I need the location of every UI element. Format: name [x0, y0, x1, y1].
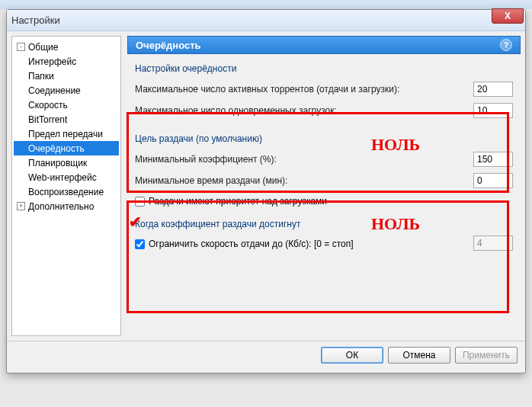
tree-item-connection[interactable]: Соединение [14, 83, 119, 98]
tree-item-webui[interactable]: Web-интерфейс [14, 170, 119, 184]
cancel-button[interactable]: Отмена [388, 347, 450, 364]
window-title: Настройки [11, 14, 60, 26]
settings-dialog: Настройки X - Общие Интерфейс Папки Соед… [6, 9, 526, 373]
group-seed-goal-title: Цель раздачи (по умолчанию) [135, 133, 513, 144]
min-time-input[interactable] [473, 173, 513, 188]
help-icon[interactable]: ? [500, 39, 512, 51]
group-queue-title: Настройки очерёдности [135, 63, 513, 74]
max-active-label: Максимальное число активных торрентов (о… [135, 84, 473, 95]
ok-button[interactable]: ОК [321, 347, 383, 364]
tree-item-interface[interactable]: Интерфейс [14, 54, 119, 69]
close-icon: X [505, 11, 511, 21]
section-header: Очерёдность ? [127, 36, 521, 54]
min-time-label: Минимальное время раздачи (мин): [135, 175, 473, 186]
expand-icon[interactable]: + [17, 202, 25, 210]
tree-item-folders[interactable]: Папки [14, 69, 119, 83]
group-ratio-reached-title: Когда коэффициент раздачи достигнут [135, 219, 513, 229]
tree-item-speed[interactable]: Скорость [14, 98, 119, 112]
max-downloads-input[interactable] [473, 103, 513, 118]
section-title: Очерёдность [136, 40, 201, 51]
min-ratio-input[interactable] [473, 152, 513, 167]
min-ratio-label: Минимальный коэффициент (%): [135, 154, 473, 165]
settings-panel: Настройки очерёдности Максимальное число… [127, 54, 521, 336]
max-downloads-label: Максимальное число одновременных загрузо… [135, 105, 473, 116]
tree-item-advanced[interactable]: + Дополнительно [14, 199, 119, 213]
seed-priority-label: Раздачи имеют приоритет над загрузками [149, 196, 327, 207]
tree-item-queue[interactable]: Очерёдность [14, 141, 119, 155]
max-active-input[interactable] [473, 82, 513, 97]
limit-upload-label: Ограничить скорость отдачи до (Кб/с): [0… [149, 239, 513, 249]
annotation-box-2 [127, 200, 509, 313]
seed-priority-checkbox[interactable] [135, 197, 145, 207]
tree-item-general[interactable]: - Общие [14, 40, 119, 54]
collapse-icon[interactable]: - [17, 43, 25, 51]
tree-item-scheduler[interactable]: Планировщик [14, 155, 119, 170]
limit-upload-input[interactable] [473, 236, 513, 251]
tree-item-playback[interactable]: Воспроизведение [14, 184, 119, 199]
titlebar: Настройки X [7, 10, 525, 31]
category-tree[interactable]: - Общие Интерфейс Папки Соединение Скоро… [11, 36, 121, 336]
tree-item-transfer-limit[interactable]: Предел передачи [14, 127, 119, 141]
limit-upload-checkbox[interactable] [135, 239, 145, 249]
apply-button[interactable]: Применить [455, 347, 518, 364]
dialog-footer: ОК Отмена Применить [7, 341, 525, 368]
tree-item-bittorrent[interactable]: BitTorrent [14, 112, 119, 127]
close-button[interactable]: X [492, 8, 524, 24]
